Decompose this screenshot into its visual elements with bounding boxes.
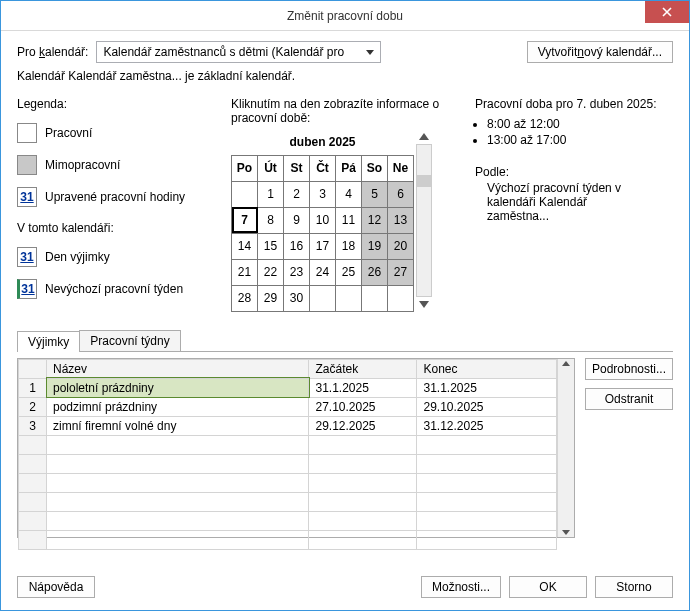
day-header: Čt (310, 155, 336, 181)
table-row[interactable]: 2podzimní prázdniny27.10.202529.10.2025 (19, 397, 557, 416)
calendar-cell[interactable]: 27 (388, 259, 414, 285)
col-name[interactable]: Název (47, 359, 309, 378)
calendar-cell (232, 181, 258, 207)
col-rownum (19, 359, 47, 378)
tab-body: Název Začátek Konec 1pololetní prázdniny… (17, 352, 673, 538)
calendar-grid[interactable]: duben 2025 PoÚtStČtPáSoNe 12345678910111… (231, 129, 414, 312)
table-row-empty[interactable] (19, 530, 557, 549)
calendar-cell[interactable]: 13 (388, 207, 414, 233)
dialog-window: Změnit pracovní dobu Pro kalendář: Kalen… (0, 0, 690, 611)
calendar-cell[interactable]: 20 (388, 233, 414, 259)
cell-end[interactable]: 31.1.2025 (417, 378, 557, 397)
cell-name[interactable]: podzimní prázdniny (47, 397, 309, 416)
table-row-empty[interactable] (19, 435, 557, 454)
calendar-cell[interactable]: 26 (362, 259, 388, 285)
calendar-cell[interactable]: 9 (284, 207, 310, 233)
calendar-cell[interactable]: 4 (336, 181, 362, 207)
calendar-cell[interactable]: 1 (258, 181, 284, 207)
calendar-cell (310, 285, 336, 311)
middle-section: Legenda: Pracovní Mimopracovní 31 Uprave… (17, 97, 673, 312)
calendar-cell[interactable]: 21 (232, 259, 258, 285)
day-header: St (284, 155, 310, 181)
calendar-cell[interactable]: 3 (310, 181, 336, 207)
calendar-cell[interactable]: 24 (310, 259, 336, 285)
cell-start[interactable]: 29.12.2025 (309, 416, 417, 435)
cell-name[interactable]: pololetní prázdniny (47, 378, 309, 397)
calendar-cell[interactable]: 14 (232, 233, 258, 259)
swatch-edited: 31 (17, 187, 37, 207)
scrollbar-thumb[interactable] (417, 175, 431, 187)
swatch-nonworking (17, 155, 37, 175)
cell-start[interactable]: 27.10.2025 (309, 397, 417, 416)
in-this-calendar-header: V tomto kalendáři: (17, 221, 217, 235)
calendar-cell[interactable]: 23 (284, 259, 310, 285)
cell-end[interactable]: 31.12.2025 (417, 416, 557, 435)
swatch-working (17, 123, 37, 143)
cell-end[interactable]: 29.10.2025 (417, 397, 557, 416)
day-header: Po (232, 155, 258, 181)
table-row[interactable]: 3zimní firemní volné dny29.12.202531.12.… (19, 416, 557, 435)
calendar-cell[interactable]: 6 (388, 181, 414, 207)
new-calendar-button[interactable]: Vytvořit nový kalendář... (527, 41, 673, 63)
cell-start[interactable]: 31.1.2025 (309, 378, 417, 397)
calendar-cell[interactable]: 30 (284, 285, 310, 311)
details-button[interactable]: Podrobnosti... (585, 358, 673, 380)
grid-side-buttons: Podrobnosti... Odstranit (585, 358, 673, 538)
cancel-button[interactable]: Storno (595, 576, 673, 598)
table-row-empty[interactable] (19, 454, 557, 473)
close-icon (662, 7, 672, 17)
grid-scroll-down[interactable] (562, 530, 570, 535)
calendar-combo[interactable]: Kalendář zaměstnanců s dětmi (Kalendář p… (96, 41, 381, 63)
calendar-cell[interactable]: 2 (284, 181, 310, 207)
cell-name[interactable]: zimní firemní volné dny (47, 416, 309, 435)
table-row[interactable]: 1pololetní prázdniny31.1.202531.1.2025 (19, 378, 557, 397)
calendar-cell[interactable]: 28 (232, 285, 258, 311)
dialog-content: Pro kalendář: Kalendář zaměstnanců s dět… (1, 31, 689, 564)
calendar-cell[interactable]: 18 (336, 233, 362, 259)
table-row-empty[interactable] (19, 473, 557, 492)
swatch-exception: 31 (17, 247, 37, 267)
legend-header: Legenda: (17, 97, 217, 111)
calendar-cell[interactable]: 8 (258, 207, 284, 233)
calendar-cell[interactable]: 10 (310, 207, 336, 233)
calendar-cell[interactable]: 29 (258, 285, 284, 311)
ok-button[interactable]: OK (509, 576, 587, 598)
tab-exceptions[interactable]: Výjimky (17, 331, 80, 352)
working-hours-list: 8:00 až 12:00 13:00 až 17:00 (487, 117, 673, 147)
help-button[interactable]: Nápověda (17, 576, 95, 598)
calendar-cell[interactable]: 11 (336, 207, 362, 233)
tab-work-weeks[interactable]: Pracovní týdny (79, 330, 180, 351)
col-start[interactable]: Začátek (309, 359, 417, 378)
working-hours-header: Pracovní doba pro 7. duben 2025: (475, 97, 673, 111)
day-header: Út (258, 155, 284, 181)
calendar-cell[interactable]: 12 (362, 207, 388, 233)
swatch-nondefault: 31 (17, 279, 37, 299)
legend-nonworking: Mimopracovní (17, 149, 217, 181)
day-header: Pá (336, 155, 362, 181)
calendar-cell[interactable]: 22 (258, 259, 284, 285)
calendar-instruction: Kliknutím na den zobrazíte informace o p… (231, 97, 461, 125)
grid-scroll-up[interactable] (562, 361, 570, 366)
calendar-cell[interactable]: 5 (362, 181, 388, 207)
calendar-cell[interactable]: 17 (310, 233, 336, 259)
table-row-empty[interactable] (19, 511, 557, 530)
calendar-selector-row: Pro kalendář: Kalendář zaměstnanců s dět… (17, 41, 673, 63)
based-on-detail: Výchozí pracovní týden v kalendáři Kalen… (487, 181, 673, 223)
remove-button[interactable]: Odstranit (585, 388, 673, 410)
grid-scrollbar[interactable] (557, 359, 574, 537)
calendar-up-arrow[interactable] (419, 133, 429, 140)
close-button[interactable] (645, 1, 689, 23)
calendar-cell[interactable]: 19 (362, 233, 388, 259)
dialog-footer: Nápověda Možnosti... OK Storno (1, 564, 689, 610)
calendar-scrollbar[interactable] (416, 144, 432, 297)
calendar-cell[interactable]: 25 (336, 259, 362, 285)
options-button[interactable]: Možnosti... (421, 576, 501, 598)
calendar-down-arrow[interactable] (419, 301, 429, 308)
col-end[interactable]: Konec (417, 359, 557, 378)
calendar-cell[interactable]: 16 (284, 233, 310, 259)
day-header: Ne (388, 155, 414, 181)
calendar-cell[interactable]: 15 (258, 233, 284, 259)
calendar-cell[interactable]: 7 (232, 207, 258, 233)
table-row-empty[interactable] (19, 492, 557, 511)
exceptions-grid[interactable]: Název Začátek Konec 1pololetní prázdniny… (18, 359, 557, 550)
